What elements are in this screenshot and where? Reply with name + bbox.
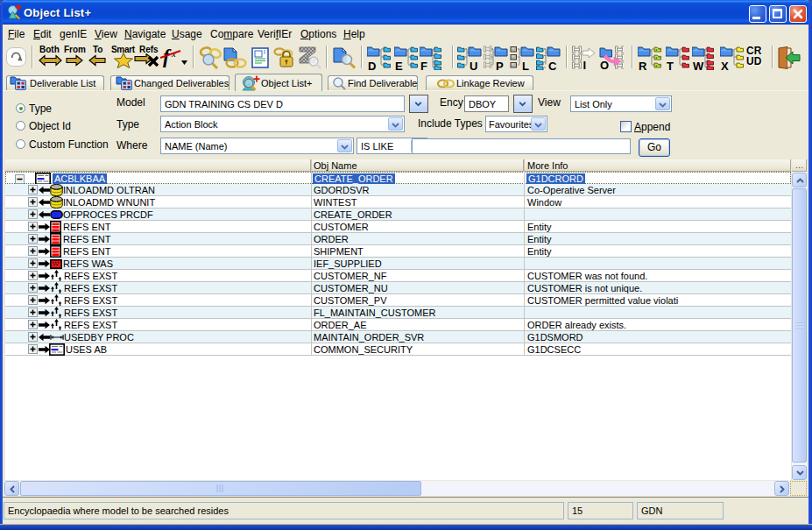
svg-text:O: O (600, 59, 609, 70)
svg-text:E: E (395, 60, 403, 70)
svg-text:U: U (470, 60, 477, 70)
svg-text:W: W (693, 60, 704, 70)
svg-text:C: C (548, 60, 557, 70)
svg-text:X: X (721, 60, 729, 70)
svg-text:D: D (368, 60, 376, 70)
svg-text:T: T (667, 60, 674, 70)
svg-text:F: F (420, 60, 427, 70)
svg-text:R: R (639, 60, 647, 70)
svg-text:I: I (583, 59, 587, 70)
svg-text:L: L (522, 60, 529, 70)
svg-text:P: P (496, 60, 504, 70)
